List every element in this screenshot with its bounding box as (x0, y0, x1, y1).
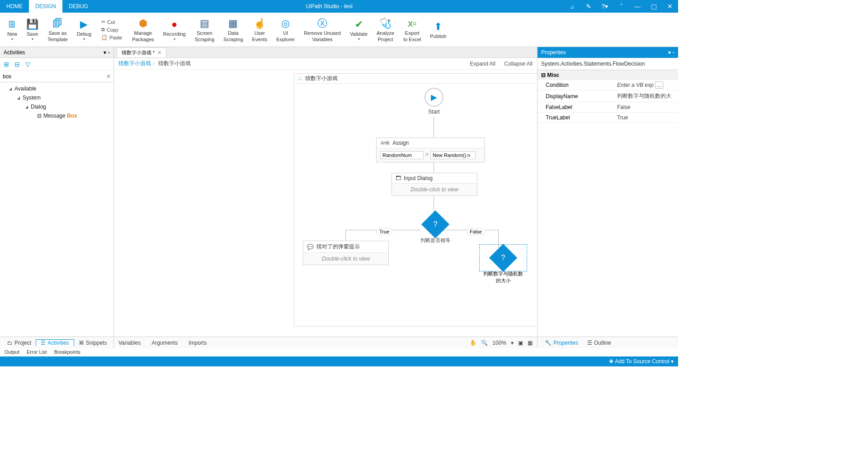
play-icon: ▶ (425, 88, 443, 107)
ribbon-copy[interactable]: ⧉Copy (99, 26, 125, 33)
ribbon-save[interactable]: 💾Save▾ (22, 14, 43, 46)
pan-icon[interactable]: ✋ (470, 340, 476, 346)
prop-key: FalseLabel (538, 102, 614, 112)
ribbon-screen-scraping[interactable]: ▤Screen Scraping (190, 14, 219, 46)
assign-activity[interactable]: A+BAssign = (376, 138, 485, 162)
ribbon-publish[interactable]: ⬆Publish (425, 14, 451, 46)
messagebox-activity[interactable]: 💬猜对了的弹窗提示 Double-click to view (303, 241, 389, 265)
expand-all[interactable]: Expand All (470, 61, 495, 67)
designer-bottom-bar: Variables Arguments Imports ✋ 🔍 100%▾ ▣ … (114, 337, 537, 348)
close-icon[interactable]: ✕ (662, 3, 678, 10)
variables-tab[interactable]: Variables (118, 340, 141, 346)
feedback-icon[interactable]: ✎ (580, 3, 597, 10)
collapse-tree-icon[interactable]: ⊟ (14, 61, 20, 68)
ribbon-save-as-template[interactable]: 🗐Save as Template (43, 14, 72, 46)
ribbon-new[interactable]: 🗎New▾ (3, 14, 22, 46)
ribbon-user-events[interactable]: ☝User Events (248, 14, 272, 46)
filter-icon[interactable]: ▽ (25, 61, 30, 68)
panel-pin-icon[interactable]: ▾ ▫ (104, 49, 110, 56)
tree-dialog[interactable]: Dialog (3, 102, 111, 111)
flow-decision-1[interactable]: ? 判断是否相等 (420, 214, 450, 244)
false-label: False (467, 228, 485, 235)
ribbon-cut[interactable]: ✂Cut (99, 18, 125, 26)
error-list-tab[interactable]: Error List (27, 349, 47, 356)
prop-key: DisplayName (538, 91, 614, 101)
prop-value[interactable]: 判断数字与随机数的大 (614, 90, 678, 102)
imports-tab[interactable]: Imports (189, 340, 207, 346)
tab-project[interactable]: 🗀Project (3, 340, 36, 346)
flowchart-icon: ⛬ (297, 76, 302, 82)
tree-system[interactable]: System (3, 93, 111, 102)
ribbon-paste[interactable]: 📋Paste (99, 33, 125, 41)
doc-tab-label: 猜数字小游戏 * (122, 49, 155, 56)
prop-value[interactable]: False (614, 102, 678, 112)
prop-condition[interactable]: Condition Enter a VB exp … (538, 80, 678, 90)
input-dialog-activity[interactable]: 🗔Input Dialog Double-click to view (392, 173, 477, 196)
zoom-dropdown-icon[interactable]: ▾ (511, 340, 514, 346)
ribbon-remove-unused-variables[interactable]: ⓧRemove Unused Variables (299, 14, 345, 46)
equals-label: = (425, 151, 429, 159)
prop-value[interactable]: True (614, 113, 678, 123)
assign-value-input[interactable] (430, 151, 476, 159)
ribbon-validate[interactable]: ✔Validate▾ (345, 14, 372, 46)
maximize-icon[interactable]: ▢ (646, 3, 662, 10)
tree-available[interactable]: Available (3, 84, 111, 93)
panel-pin-icon[interactable]: ▾ ▫ (668, 49, 675, 56)
zoom-icon[interactable]: 🔍 (481, 340, 488, 346)
ribbon-recording[interactable]: ●Recording▾ (159, 14, 190, 46)
collapse-ribbon-icon[interactable]: ˄ (613, 3, 629, 10)
prop-key: Condition (538, 80, 614, 90)
ribbon-data-scraping[interactable]: ▦Data Scraping (219, 14, 247, 46)
collapse-all[interactable]: Collapse All (504, 61, 533, 67)
tab-design[interactable]: DESIGN (29, 0, 62, 13)
minimize-icon[interactable]: — (629, 3, 646, 10)
tab-debug[interactable]: DEBUG (62, 0, 94, 13)
workflow-canvas[interactable]: ⛬ 猜数字小游戏 ! ▶ Start A+BAssign = (114, 70, 537, 337)
assign-to-input[interactable] (380, 151, 424, 159)
breakpoints-tab[interactable]: Breakpoints (54, 349, 80, 356)
ribbon-analyze-project[interactable]: 🩺Analyze Project (372, 14, 399, 46)
dbl-click-hint: Double-click to view (303, 253, 388, 265)
clear-search-icon[interactable]: ✕ (106, 73, 111, 80)
activities-search-input[interactable] (3, 73, 106, 80)
designer-area: 猜数字小游戏 * ✕ 猜数字小游戏 › 猜数字小游戏 Expand All Co… (114, 47, 537, 348)
help-icon[interactable]: ?▾ (597, 3, 613, 10)
breadcrumb-root[interactable]: 猜数字小游戏 (118, 60, 151, 67)
msgbox-icon: 💬 (307, 244, 314, 250)
arguments-tab[interactable]: Arguments (151, 340, 178, 346)
prop-falselabel[interactable]: FalseLabel False (538, 102, 678, 113)
doc-tab-close-icon[interactable]: ✕ (157, 50, 161, 56)
overview-icon[interactable]: ▦ (528, 340, 533, 346)
ribbon-tabs: HOME DESIGN DEBUG (0, 0, 94, 13)
search-icon[interactable]: ⌕ (564, 3, 580, 10)
prop-value[interactable]: Enter a VB exp … (614, 80, 678, 90)
dbl-click-hint: Double-click to view (392, 184, 477, 195)
tree-message-box[interactable]: ⊟ Message Box (3, 111, 111, 120)
main-layout: Activities ▾ ▫ ⊞ ⊟ ▽ ✕ Available System … (0, 47, 678, 348)
expand-tree-icon[interactable]: ⊞ (4, 61, 9, 68)
zoom-value[interactable]: 100% (492, 340, 506, 346)
wrench-icon: 🔧 (545, 340, 552, 346)
selected-object-type: System.Activities.Statements.FlowDecisio… (538, 58, 678, 70)
ribbon-export-excel[interactable]: x▫Export to Excel (399, 14, 425, 46)
input-dialog-title: Input Dialog (404, 175, 433, 181)
ribbon-debug[interactable]: ▶Debug▾ (72, 14, 96, 46)
prop-displayname[interactable]: DisplayName 判断数字与随机数的大 (538, 90, 678, 102)
fit-icon[interactable]: ▣ (518, 340, 523, 346)
start-node[interactable]: ▶ Start (424, 88, 444, 117)
ribbon-ui-explorer[interactable]: ◎UI Explorer (272, 14, 299, 46)
tab-activities[interactable]: ☰Activities (36, 339, 74, 346)
copy-icon: ⧉ (101, 27, 105, 33)
tab-home[interactable]: HOME (0, 0, 29, 13)
ribbon-manage-packages[interactable]: ⬢Manage Packages (127, 14, 158, 46)
tab-properties[interactable]: 🔧Properties (540, 340, 583, 346)
category-misc[interactable]: ⊟ Misc (538, 70, 678, 80)
prop-truelabel[interactable]: TrueLabel True (538, 113, 678, 123)
workflow-frame: ⛬ 猜数字小游戏 ! (294, 73, 537, 327)
flow-decision-2-selected[interactable]: ? 判断数字与随机数的大小 (483, 248, 524, 284)
tab-outline[interactable]: ☰Outline (583, 340, 616, 346)
output-tab[interactable]: Output (5, 349, 19, 356)
source-control-button[interactable]: ✚ Add To Source Control ▾ (609, 358, 674, 365)
document-tab[interactable]: 猜数字小游戏 * ✕ (117, 47, 166, 57)
tab-snippets[interactable]: ⌘Snippets (74, 340, 112, 346)
